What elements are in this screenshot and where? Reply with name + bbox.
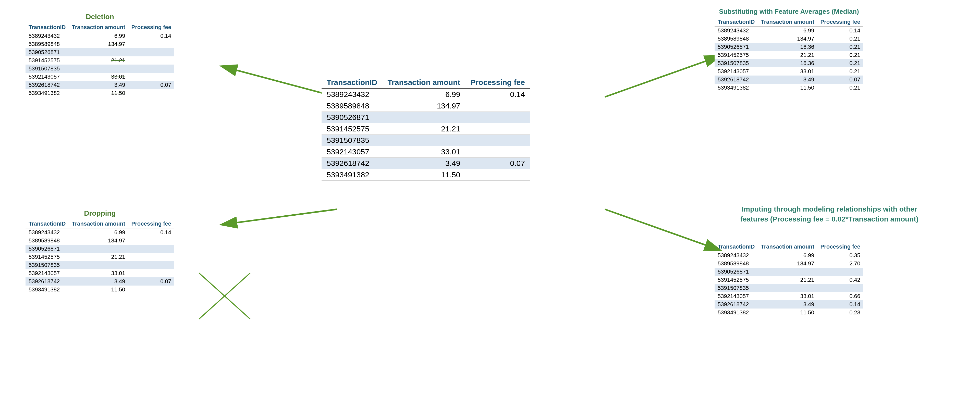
cell-fee xyxy=(465,112,530,123)
cell-fee: 0.42 xyxy=(818,276,864,284)
cell-fee xyxy=(128,237,175,245)
svg-line-6 xyxy=(199,273,250,319)
table-row: 5393491382 11.50 xyxy=(321,169,530,181)
cell-amount: 16.36 xyxy=(758,43,817,51)
cell-fee: 0.66 xyxy=(818,292,864,300)
cell-id: 5389243432 xyxy=(321,89,382,100)
cell-id: 5393491382 xyxy=(25,286,68,294)
table-row: 5393491382 11.50 0.23 xyxy=(714,308,863,317)
table-row: 5389243432 6.99 0.14 xyxy=(714,27,863,35)
table-row: 5392143057 33.01 xyxy=(25,269,174,277)
cell-fee xyxy=(128,286,175,294)
table-row: 5393491382 11.50 0.21 xyxy=(714,84,863,92)
table-row: 5389589848 134.97 xyxy=(321,100,530,112)
table-row: 5393491382 11.50 xyxy=(25,89,174,97)
cell-amount: 33.01 xyxy=(758,67,817,76)
cell-id: 5389243432 xyxy=(25,229,68,237)
cell-amount: 134.97 xyxy=(68,237,128,245)
table-row: 5389589848 134.97 xyxy=(25,237,174,245)
table-row: 5392618742 3.49 0.07 xyxy=(321,158,530,169)
cell-fee xyxy=(128,56,175,65)
cell-id: 5392618742 xyxy=(25,81,68,89)
cell-amount: 33.01 xyxy=(68,73,128,81)
sub-header-amount: Transaction amount xyxy=(758,17,817,27)
table-row: 5391507835 16.36 0.21 xyxy=(714,59,863,67)
table-row: 5390526871 xyxy=(25,48,174,56)
cell-fee: 0.14 xyxy=(465,89,530,100)
cell-amount xyxy=(758,284,817,292)
cell-amount: 3.49 xyxy=(68,81,128,89)
svg-line-5 xyxy=(199,273,250,319)
cell-amount: 33.01 xyxy=(382,146,465,158)
cell-id: 5393491382 xyxy=(714,308,758,317)
cell-id: 5392143057 xyxy=(321,146,382,158)
deletion-title: Deletion xyxy=(25,13,174,21)
cell-id: 5391452575 xyxy=(25,56,68,65)
cell-amount xyxy=(68,261,128,269)
del-header-amount: Transaction amount xyxy=(68,23,128,32)
drop-header-amount: Transaction amount xyxy=(68,219,128,229)
cell-fee xyxy=(465,169,530,181)
cell-id: 5391452575 xyxy=(714,51,758,59)
cell-fee xyxy=(128,73,175,81)
svg-line-2 xyxy=(222,209,337,224)
cell-amount xyxy=(68,65,128,73)
cell-fee: 2.70 xyxy=(818,259,864,268)
cell-amount: 21.21 xyxy=(758,51,817,59)
cell-fee xyxy=(128,269,175,277)
cell-id: 5391507835 xyxy=(714,59,758,67)
cell-id: 5389589848 xyxy=(25,237,68,245)
cell-id: 5391452575 xyxy=(714,276,758,284)
cell-amount xyxy=(68,48,128,56)
cell-fee: 0.35 xyxy=(818,251,864,260)
cell-id: 5391507835 xyxy=(25,65,68,73)
drop-header-id: TransactionID xyxy=(25,219,68,229)
main-header-amount: Transaction amount xyxy=(382,76,465,89)
cell-id: 5389589848 xyxy=(714,35,758,43)
cell-amount: 33.01 xyxy=(68,269,128,277)
cell-fee: 0.07 xyxy=(465,158,530,169)
cell-id: 5391452575 xyxy=(25,253,68,261)
cell-amount: 33.01 xyxy=(758,292,817,300)
cell-id: 5389589848 xyxy=(714,259,758,268)
cell-id: 5391507835 xyxy=(714,284,758,292)
table-row: 5392143057 33.01 0.21 xyxy=(714,67,863,76)
cell-fee xyxy=(465,100,530,112)
table-row: 5391507835 xyxy=(25,261,174,269)
cell-id: 5390526871 xyxy=(25,48,68,56)
cell-amount: 11.50 xyxy=(68,89,128,97)
main-header-fee: Processing fee xyxy=(465,76,530,89)
cell-fee xyxy=(128,65,175,73)
cell-amount: 6.99 xyxy=(68,32,128,40)
table-row: 5392618742 3.49 0.07 xyxy=(714,76,863,84)
table-row: 5389243432 6.99 0.14 xyxy=(321,89,530,100)
cell-id: 5392618742 xyxy=(714,76,758,84)
cell-amount: 3.49 xyxy=(68,277,128,286)
table-row: 5391452575 21.21 0.42 xyxy=(714,276,863,284)
table-row: 5389243432 6.99 0.35 xyxy=(714,251,863,260)
main-header-id: TransactionID xyxy=(321,76,382,89)
table-row: 5391452575 21.21 xyxy=(25,56,174,65)
table-row: 5393491382 11.50 xyxy=(25,286,174,294)
table-row: 5390526871 xyxy=(714,268,863,276)
cell-id: 5393491382 xyxy=(714,84,758,92)
cell-amount: 3.49 xyxy=(758,76,817,84)
table-row: 5391452575 21.21 xyxy=(25,253,174,261)
deletion-section: Deletion TransactionID Transaction amoun… xyxy=(25,13,174,97)
cell-id: 5389589848 xyxy=(25,40,68,48)
svg-line-4 xyxy=(605,209,720,250)
cell-amount: 3.49 xyxy=(382,158,465,169)
dropping-section: Dropping TransactionID Transaction amoun… xyxy=(25,209,174,294)
cell-fee: 0.21 xyxy=(818,67,864,76)
cell-amount: 21.21 xyxy=(68,56,128,65)
cell-amount: 21.21 xyxy=(758,276,817,284)
cell-fee xyxy=(465,123,530,135)
imputing-title: Imputing through modeling relationships … xyxy=(714,204,944,224)
cell-amount: 6.99 xyxy=(758,27,817,35)
cell-id: 5391507835 xyxy=(25,261,68,269)
cell-fee xyxy=(818,268,864,276)
cell-amount xyxy=(758,268,817,276)
cell-id: 5392143057 xyxy=(25,73,68,81)
cell-amount: 16.36 xyxy=(758,59,817,67)
imp-header-amount: Transaction amount xyxy=(758,242,817,251)
